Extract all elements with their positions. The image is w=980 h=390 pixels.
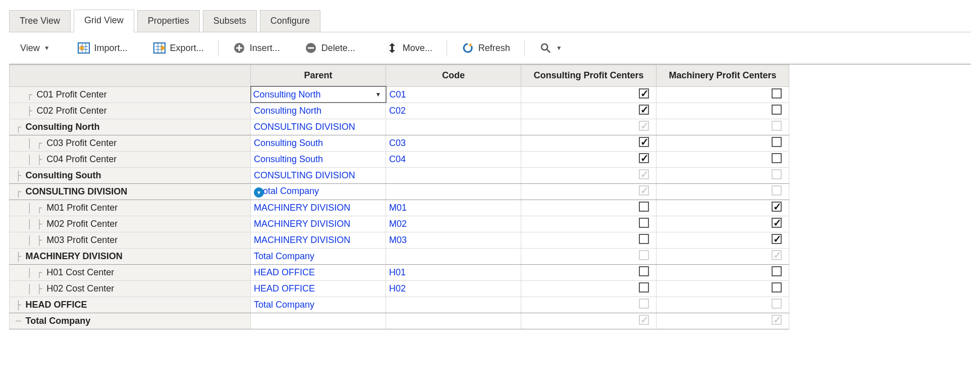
name-cell[interactable]: │ ├ M02 Profit Center (10, 216, 251, 232)
name-cell[interactable]: ┌ C01 Profit Center (10, 86, 251, 103)
checkbox-icon[interactable] (772, 282, 782, 292)
grid-row[interactable]: ─ Total Company (10, 313, 789, 329)
consulting-cell[interactable] (521, 200, 657, 216)
code-cell[interactable] (386, 119, 521, 135)
grid-row[interactable]: │ ┌ C03 Profit CenterConsulting SouthC03 (10, 135, 789, 151)
consulting-cell[interactable] (521, 151, 657, 167)
refresh-button[interactable]: Refresh (456, 39, 515, 57)
parent-cell[interactable]: MACHINERY DIVISION (251, 200, 386, 216)
code-cell[interactable] (386, 248, 521, 264)
name-cell[interactable]: ┌ CONSULTING DIVISION (10, 183, 251, 200)
code-cell[interactable] (386, 183, 521, 200)
delete-button[interactable]: Delete... (299, 39, 360, 57)
consulting-cell[interactable] (521, 135, 657, 151)
parent-cell[interactable]: HEAD OFFICE (251, 264, 386, 280)
consulting-cell[interactable] (521, 183, 657, 200)
parent-cell[interactable]: MACHINERY DIVISION (251, 232, 386, 248)
checkbox-icon[interactable] (639, 137, 649, 147)
checkbox-icon[interactable] (772, 234, 782, 244)
col-header-parent[interactable]: Parent (251, 65, 386, 87)
grid-row[interactable]: ┌ C01 Profit CenterConsulting North▼C01 (10, 86, 789, 103)
checkbox-icon[interactable] (639, 105, 649, 115)
col-header-code[interactable]: Code (386, 65, 521, 87)
tab-properties[interactable]: Properties (137, 10, 200, 32)
code-cell[interactable]: C01 (386, 86, 521, 103)
grid-row[interactable]: ├ C02 Profit CenterConsulting NorthC02 (10, 103, 789, 119)
checkbox-icon[interactable] (639, 88, 649, 99)
checkbox-icon[interactable] (639, 282, 649, 292)
parent-cell[interactable]: MACHINERY DIVISION (251, 216, 386, 232)
grid-row[interactable]: ├ Consulting SouthCONSULTING DIVISION (10, 167, 789, 183)
consulting-cell[interactable] (521, 297, 657, 313)
grid-row[interactable]: ├ MACHINERY DIVISIONTotal Company (10, 248, 789, 264)
consulting-cell[interactable] (521, 232, 657, 248)
parent-cell[interactable]: Total Company (251, 248, 386, 264)
grid-row[interactable]: ┌ Consulting NorthCONSULTING DIVISION (10, 119, 789, 135)
grid-row[interactable]: ├ HEAD OFFICETotal Company (10, 297, 789, 313)
machinery-cell[interactable] (657, 119, 789, 135)
consulting-cell[interactable] (521, 119, 657, 135)
grid-row[interactable]: │ ├ M02 Profit CenterMACHINERY DIVISIONM… (10, 216, 789, 232)
name-cell[interactable]: │ ├ H02 Cost Center (10, 280, 251, 297)
machinery-cell[interactable] (657, 264, 789, 280)
move-button[interactable]: Move... (380, 39, 438, 57)
parent-cell[interactable]: Consulting North▼ (251, 86, 386, 103)
name-cell[interactable]: │ ├ C04 Profit Center (10, 151, 251, 167)
parent-cell[interactable]: Total Company (251, 297, 386, 313)
grid-row[interactable]: │ ├ C04 Profit CenterConsulting SouthC04 (10, 151, 789, 167)
code-cell[interactable]: M01 (386, 200, 521, 216)
consulting-cell[interactable] (521, 103, 657, 119)
col-header-machinery[interactable]: Machinery Profit Centers (657, 65, 789, 87)
consulting-cell[interactable] (521, 313, 657, 329)
checkbox-icon[interactable] (639, 234, 649, 244)
parent-cell[interactable]: CONSULTING DIVISION (251, 167, 386, 183)
name-cell[interactable]: ├ C02 Profit Center (10, 103, 251, 119)
consulting-cell[interactable] (521, 264, 657, 280)
machinery-cell[interactable] (657, 151, 789, 167)
machinery-cell[interactable] (657, 103, 789, 119)
machinery-cell[interactable] (657, 135, 789, 151)
machinery-cell[interactable] (657, 86, 789, 103)
consulting-cell[interactable] (521, 167, 657, 183)
name-cell[interactable]: ├ HEAD OFFICE (10, 297, 251, 313)
grid-row[interactable]: │ ┌ M01 Profit CenterMACHINERY DIVISIONM… (10, 200, 789, 216)
chevron-down-icon[interactable]: ▼ (375, 91, 382, 98)
parent-cell[interactable]: Consulting South (251, 135, 386, 151)
tab-tree-view[interactable]: Tree View (9, 10, 71, 32)
import-button[interactable]: Import... (72, 39, 133, 57)
checkbox-icon[interactable] (772, 202, 782, 212)
code-cell[interactable]: M03 (386, 232, 521, 248)
checkbox-icon[interactable] (772, 266, 782, 276)
code-cell[interactable] (386, 297, 521, 313)
col-header-consulting[interactable]: Consulting Profit Centers (521, 65, 657, 87)
name-cell[interactable]: ├ Consulting South (10, 167, 251, 183)
name-cell[interactable]: ─ Total Company (10, 313, 251, 329)
tab-subsets[interactable]: Subsets (203, 10, 257, 32)
machinery-cell[interactable] (657, 248, 789, 264)
checkbox-icon[interactable] (772, 88, 782, 99)
insert-button[interactable]: Insert... (228, 39, 285, 57)
tab-configure[interactable]: Configure (260, 10, 320, 32)
name-cell[interactable]: │ ┌ M01 Profit Center (10, 200, 251, 216)
machinery-cell[interactable] (657, 216, 789, 232)
consulting-cell[interactable] (521, 248, 657, 264)
grid-row[interactable]: │ ┌ H01 Cost CenterHEAD OFFICEH01 (10, 264, 789, 280)
machinery-cell[interactable] (657, 232, 789, 248)
export-button[interactable]: Export... (148, 39, 209, 57)
code-cell[interactable]: C03 (386, 135, 521, 151)
grid-row[interactable]: │ ├ M03 Profit CenterMACHINERY DIVISIONM… (10, 232, 789, 248)
parent-cell[interactable]: ▾otal Company (251, 183, 386, 200)
checkbox-icon[interactable] (772, 153, 782, 163)
name-cell[interactable]: │ ┌ C03 Profit Center (10, 135, 251, 151)
code-cell[interactable]: C02 (386, 103, 521, 119)
machinery-cell[interactable] (657, 167, 789, 183)
code-cell[interactable]: C04 (386, 151, 521, 167)
tab-grid-view[interactable]: Grid View (74, 10, 134, 32)
checkbox-icon[interactable] (639, 218, 649, 228)
code-cell[interactable]: H01 (386, 264, 521, 280)
parent-cell[interactable]: HEAD OFFICE (251, 280, 386, 297)
code-cell[interactable] (386, 313, 521, 329)
parent-cell[interactable]: Consulting South (251, 151, 386, 167)
machinery-cell[interactable] (657, 297, 789, 313)
consulting-cell[interactable] (521, 216, 657, 232)
